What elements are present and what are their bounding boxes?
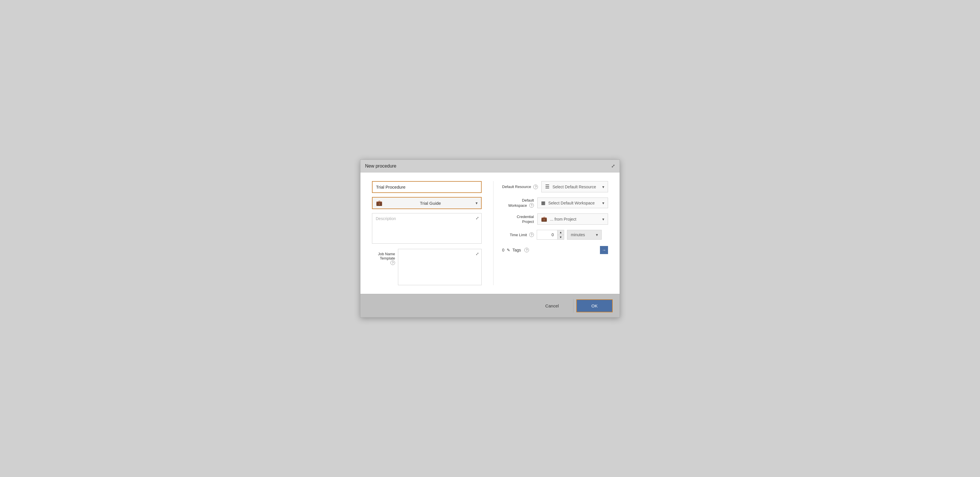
expand-dialog-icon[interactable]: ⤢ <box>611 163 615 169</box>
tags-row: 0 ✎ Tags ? → <box>502 246 608 254</box>
default-workspace-help-icon[interactable]: ? <box>529 203 534 208</box>
time-increment-button[interactable]: ▲ <box>557 230 564 235</box>
right-panel: Default Resource ? ☰ Select Default Reso… <box>493 181 608 285</box>
credential-project-label: Credential Project <box>502 215 534 224</box>
time-limit-input[interactable] <box>537 230 557 239</box>
dialog-body: 💼 Trial Guide ▾ ⤢ Job Name Template ? ⤢ <box>360 173 620 294</box>
workspace-icon: ▦ <box>541 200 546 206</box>
tags-help-icon[interactable]: ? <box>524 248 529 252</box>
job-name-help-icon[interactable]: ? <box>390 260 395 265</box>
job-name-sublabel: Template <box>380 256 395 260</box>
default-resource-dropdown[interactable]: ☰ Select Default Resource ▾ <box>541 181 608 192</box>
credential-project-dropdown[interactable]: 💼 ... from Project ▾ <box>537 213 608 225</box>
time-number-wrapper: ▲ ▼ <box>537 230 564 240</box>
tag-edit-icon: ✎ <box>507 248 510 252</box>
briefcase-icon: 💼 <box>376 200 382 206</box>
guide-label: Trial Guide <box>385 201 476 206</box>
time-unit-chevron-icon: ▾ <box>596 233 598 237</box>
guide-select[interactable]: 💼 Trial Guide ▾ <box>372 197 482 209</box>
credential-briefcase-icon: 💼 <box>541 216 547 222</box>
default-workspace-label: Default Workspace ? <box>502 198 534 208</box>
job-name-label-group: Job Name Template ? <box>372 249 395 265</box>
job-name-label: Job Name <box>378 252 395 256</box>
tags-label: Tags <box>512 248 521 252</box>
project-text: Project <box>522 219 534 224</box>
dialog-titlebar: New procedure ⤢ <box>360 160 620 173</box>
new-procedure-dialog: New procedure ⤢ 💼 Trial Guide ▾ ⤢ Job Na… <box>360 160 620 317</box>
resource-icon: ☰ <box>545 184 549 190</box>
time-unit-label: minutes <box>571 233 596 237</box>
time-decrement-button[interactable]: ▼ <box>557 235 564 240</box>
default-resource-value: Select Default Resource <box>552 185 602 189</box>
job-name-textarea-wrapper: ⤢ <box>398 249 482 285</box>
description-textarea[interactable] <box>372 213 481 242</box>
guide-chevron-icon: ▾ <box>476 201 477 205</box>
time-limit-help-icon[interactable]: ? <box>529 233 534 237</box>
left-panel: 💼 Trial Guide ▾ ⤢ Job Name Template ? ⤢ <box>372 181 482 285</box>
default-workspace-subtext: Workspace <box>508 203 527 208</box>
tags-arrow-button[interactable]: → <box>600 246 608 254</box>
default-workspace-dropdown[interactable]: ▦ Select Default Workspace ▾ <box>537 198 608 208</box>
time-limit-row: Time Limit ? ▲ ▼ minutes ▾ <box>502 230 608 240</box>
dialog-footer: Cancel OK <box>360 294 620 317</box>
time-limit-label: Time Limit ? <box>502 233 534 237</box>
credential-project-row: Credential Project 💼 ... from Project ▾ <box>502 213 608 225</box>
job-name-expand-icon[interactable]: ⤢ <box>476 252 479 256</box>
job-name-textarea[interactable] <box>398 249 481 284</box>
footer-divider <box>573 299 573 313</box>
default-workspace-text: Default <box>522 198 534 203</box>
default-resource-label: Default Resource ? <box>502 185 538 189</box>
time-unit-dropdown[interactable]: minutes ▾ <box>567 230 602 240</box>
default-resource-text: Default Resource <box>502 185 531 189</box>
tags-arrow-icon: → <box>602 248 606 252</box>
credential-project-value: ... from Project <box>550 217 602 222</box>
default-workspace-row: Default Workspace ? ▦ Select Default Wor… <box>502 198 608 208</box>
workspace-chevron-icon: ▾ <box>602 201 604 205</box>
credential-text: Credential <box>517 215 534 219</box>
default-workspace-value: Select Default Workspace <box>548 201 602 205</box>
time-limit-text: Time Limit <box>510 233 527 237</box>
procedure-name-input[interactable] <box>372 181 482 193</box>
default-resource-row: Default Resource ? ☰ Select Default Reso… <box>502 181 608 192</box>
cancel-button[interactable]: Cancel <box>534 300 571 312</box>
tags-count: 0 <box>502 248 504 252</box>
dialog-title: New procedure <box>365 163 396 169</box>
default-resource-help-icon[interactable]: ? <box>533 185 538 189</box>
ok-button[interactable]: OK <box>576 300 612 312</box>
time-arrows: ▲ ▼ <box>557 230 564 239</box>
description-wrapper: ⤢ <box>372 213 482 244</box>
description-expand-icon[interactable]: ⤢ <box>476 216 479 220</box>
resource-chevron-icon: ▾ <box>602 185 604 189</box>
credential-chevron-icon: ▾ <box>602 217 604 222</box>
job-name-section: Job Name Template ? ⤢ <box>372 249 482 285</box>
